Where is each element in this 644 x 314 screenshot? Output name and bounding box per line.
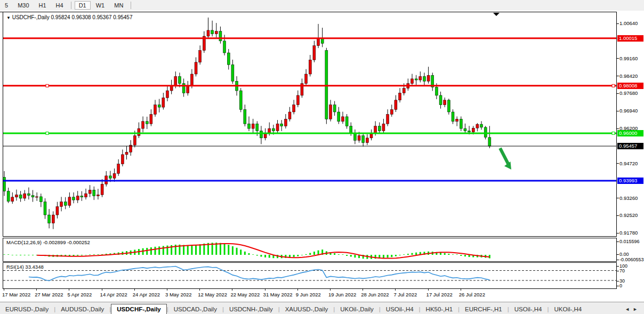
candle-down bbox=[146, 122, 148, 124]
symbol-tab-xauusd-daily[interactable]: XAUUSD-,Daily bbox=[280, 304, 334, 314]
timeframe-button-5[interactable]: 5 bbox=[1, 1, 12, 10]
price-tick-label: 0.93260 bbox=[619, 195, 638, 201]
scroll-right-icon[interactable]: ► bbox=[633, 307, 641, 312]
candle-down bbox=[435, 87, 438, 95]
candle-down bbox=[211, 30, 214, 34]
candle-up bbox=[207, 30, 210, 36]
scroll-left-icon[interactable]: ◄ bbox=[625, 307, 633, 312]
collapse-triangle-icon[interactable]: ▼ bbox=[6, 15, 11, 20]
candle-down bbox=[325, 51, 328, 119]
price-tick-dash bbox=[617, 23, 619, 24]
symbol-tab-usdcnh-daily[interactable]: USDCNH-,Daily bbox=[224, 304, 278, 314]
date-tick bbox=[167, 288, 167, 291]
candle-down bbox=[452, 112, 454, 122]
candle-up bbox=[11, 197, 14, 202]
symbol-tab-eurusd-daily[interactable]: EURUSD-,Daily bbox=[0, 304, 54, 314]
price-chart-panel[interactable]: ▼ USDCHF-,Daily 0.95824 0.96308 0.95367 … bbox=[3, 12, 617, 237]
date-tick bbox=[36, 288, 37, 291]
timeframe-button-d1[interactable]: D1 bbox=[75, 1, 91, 10]
rsi-indicator-panel[interactable]: RSI(14) 33.4348 bbox=[3, 262, 617, 289]
candle-down bbox=[244, 110, 246, 124]
symbol-tab-usdchf-daily[interactable]: USDCHF-,Daily bbox=[111, 304, 166, 314]
hline-handle[interactable] bbox=[46, 132, 49, 134]
candle-down bbox=[256, 124, 259, 131]
mt4-window: 5M30H1H4D1W1MN ▼ USDCHF-,Daily 0.95824 0… bbox=[0, 0, 644, 314]
candle-down bbox=[488, 138, 491, 146]
hline-handle[interactable] bbox=[612, 84, 615, 87]
candle-down bbox=[321, 38, 324, 43]
date-label: 24 Apr 2022 bbox=[133, 292, 160, 297]
date-tick bbox=[297, 288, 298, 291]
price-tick-label: 0.94720 bbox=[619, 160, 638, 166]
candle-down bbox=[280, 124, 283, 126]
symbol-tab-hk50-h1[interactable]: HK50-,H1 bbox=[421, 304, 458, 314]
macd-tick-dash bbox=[617, 254, 619, 255]
symbol-tab-usoil-h4[interactable]: USOil-,H4 bbox=[509, 304, 548, 314]
candle-down bbox=[353, 133, 356, 140]
candle-up bbox=[174, 76, 177, 86]
toolbar-separator bbox=[71, 2, 71, 9]
rsi-label: RSI(14) 33.4348 bbox=[6, 264, 44, 270]
candle-down bbox=[239, 91, 242, 110]
hline-handle[interactable] bbox=[46, 84, 49, 87]
candle-up bbox=[395, 100, 397, 110]
candle-down bbox=[378, 126, 381, 131]
price-tick-dash bbox=[617, 111, 619, 111]
candle-up bbox=[472, 128, 474, 132]
candle-up bbox=[252, 124, 254, 128]
symbol-tab-usdcad-daily[interactable]: USDCAD-,Daily bbox=[168, 304, 222, 314]
candle-up bbox=[293, 105, 295, 112]
macd-tick-label: 0.015596 bbox=[619, 239, 640, 244]
candle-up bbox=[162, 98, 165, 107]
candle-up bbox=[117, 164, 120, 174]
price-tick-dash bbox=[617, 76, 619, 76]
macd-label: MACD(12,26,9) -0.002899 -0.000252 bbox=[6, 239, 90, 245]
candle-down bbox=[468, 131, 471, 132]
candle-down bbox=[109, 176, 111, 178]
price-tick-dash bbox=[617, 128, 619, 129]
candle-up bbox=[150, 114, 152, 124]
candle-up bbox=[56, 207, 59, 215]
chart-marker-triangle-icon[interactable] bbox=[493, 13, 500, 16]
hline-handle[interactable] bbox=[612, 132, 615, 134]
symbol-tab-audusd-daily[interactable]: AUDUSD-,Daily bbox=[55, 304, 109, 314]
timeframe-button-w1[interactable]: W1 bbox=[92, 1, 109, 10]
price-line-label-0.93993: 0.93993 bbox=[617, 178, 643, 184]
macd-indicator-panel[interactable]: MACD(12,26,9) -0.002899 -0.000252 bbox=[3, 238, 617, 262]
date-tick bbox=[428, 288, 429, 291]
date-tick bbox=[232, 288, 232, 291]
candle-up bbox=[101, 184, 103, 195]
timeframe-button-h1[interactable]: H1 bbox=[35, 1, 51, 10]
timeframe-button-h4[interactable]: H4 bbox=[52, 1, 68, 10]
candle-up bbox=[284, 119, 287, 126]
candle-down bbox=[460, 119, 462, 128]
candle-down bbox=[362, 135, 365, 142]
down-arrow-annotation[interactable] bbox=[500, 148, 511, 170]
rsi-tick-dash bbox=[617, 271, 619, 271]
symbol-tab-ukoil-daily[interactable]: UKOil-,Daily bbox=[335, 304, 379, 314]
candle-up bbox=[444, 100, 446, 105]
low-value: 0.95367 bbox=[92, 14, 111, 20]
timeframe-button-mn[interactable]: MN bbox=[110, 1, 127, 10]
candle-up bbox=[341, 117, 344, 122]
high-value: 0.96308 bbox=[71, 14, 91, 20]
candle-down bbox=[260, 131, 262, 138]
candle-down bbox=[7, 191, 10, 202]
candle-up bbox=[288, 112, 291, 119]
candle-up bbox=[427, 75, 430, 81]
symbol-tab-ukoil-h4[interactable]: UKOil-,H4 bbox=[549, 304, 587, 314]
candle-up bbox=[390, 110, 393, 115]
candle-up bbox=[125, 152, 128, 154]
price-tick-dash bbox=[617, 163, 619, 164]
symbol-tab-usoil-h4[interactable]: USOil-,H4 bbox=[381, 304, 419, 314]
price-tick-label: 0.92520 bbox=[619, 212, 638, 218]
timeframe-button-m30[interactable]: M30 bbox=[13, 1, 33, 10]
symbol-tab-eurchf-h1[interactable]: EURCHF-,H1 bbox=[460, 304, 508, 314]
candle-down bbox=[272, 128, 275, 131]
rsi-tick-dash bbox=[617, 281, 619, 281]
tab-scroll-arrows[interactable]: ◄► bbox=[625, 307, 641, 312]
date-tick bbox=[265, 288, 265, 291]
candlestick-chart[interactable] bbox=[3, 12, 616, 236]
candle-down bbox=[64, 202, 67, 206]
candle-down bbox=[19, 195, 22, 198]
